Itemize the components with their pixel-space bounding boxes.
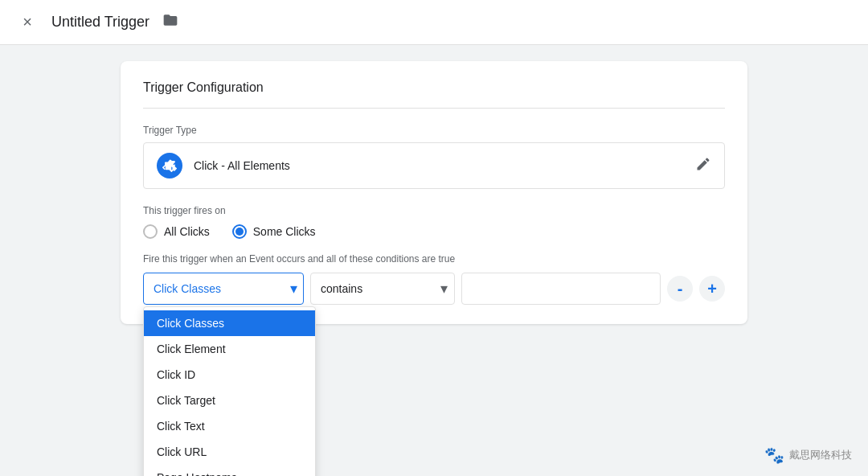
operator-dropdown[interactable]: contains ▾ [310,273,455,305]
dropdown-item-click-element[interactable]: Click Element [144,336,315,362]
radio-all-circle[interactable] [143,224,158,239]
variable-dropdown[interactable]: Click Classes ▾ [143,273,304,305]
edit-icon[interactable] [695,156,711,176]
add-condition-button[interactable]: + [699,276,725,302]
dropdown-item-click-id[interactable]: Click ID [144,362,315,388]
dropdown-item-page-hostname[interactable]: Page Hostname [144,465,315,476]
watermark-text: 戴思网络科技 [789,448,852,462]
radio-all-clicks[interactable]: All Clicks [143,224,210,239]
dropdown-item-click-text[interactable]: Click Text [144,413,315,439]
fires-on-label: This trigger fires on [143,205,725,216]
variable-dropdown-wrapper: Click Classes ▾ Click Classes Click Elem… [143,273,304,305]
operator-dropdown-chevron: ▾ [440,280,448,298]
watermark: 🐾 戴思网络科技 [764,445,852,465]
trigger-type-icon [157,153,182,178]
trigger-type-label: Trigger Type [143,125,725,136]
main-content: Trigger Configuration Trigger Type Click… [0,45,868,476]
operator-dropdown-wrapper: contains ▾ [310,273,455,305]
variable-dropdown-chevron: ▾ [290,280,297,298]
radio-some-circle[interactable] [232,224,247,239]
trigger-name-label: Click - All Elements [194,159,290,172]
radio-some-clicks[interactable]: Some Clicks [232,224,316,239]
radio-some-label: Some Clicks [253,225,316,238]
radio-all-label: All Clicks [164,225,210,238]
dropdown-item-click-url[interactable]: Click URL [144,439,315,465]
trigger-type-box[interactable]: Click - All Elements [143,142,725,189]
condition-desc: Fire this trigger when an Event occurs a… [143,253,725,265]
dropdown-item-click-target[interactable]: Click Target [144,388,315,413]
dropdown-item-click-classes[interactable]: Click Classes [144,310,315,336]
condition-row: Click Classes ▾ Click Classes Click Elem… [143,273,725,305]
operator-dropdown-value: contains [321,282,362,295]
config-title: Trigger Configuration [143,80,725,109]
watermark-icon: 🐾 [764,445,784,465]
config-panel: Trigger Configuration Trigger Type Click… [121,61,747,324]
radio-group: All Clicks Some Clicks [143,224,725,239]
variable-dropdown-menu: Click Classes Click Element Click ID Cli… [143,306,316,476]
page-title: Untitled Trigger [51,14,149,31]
topbar: × Untitled Trigger [0,0,868,45]
close-button[interactable]: × [16,11,39,34]
remove-condition-button[interactable]: - [667,276,693,302]
folder-icon[interactable] [162,12,178,32]
condition-value-input[interactable] [461,273,661,305]
variable-dropdown-value: Click Classes [154,282,221,295]
trigger-type-left: Click - All Elements [157,153,290,178]
